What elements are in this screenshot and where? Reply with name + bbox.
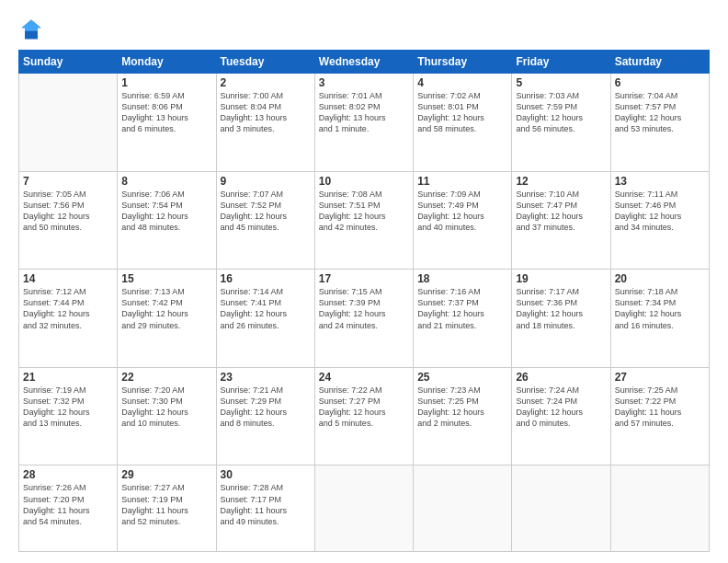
calendar-cell: 11Sunrise: 7:09 AM Sunset: 7:49 PM Dayli… bbox=[414, 171, 512, 270]
day-number: 28 bbox=[23, 468, 113, 481]
calendar-cell: 27Sunrise: 7:25 AM Sunset: 7:22 PM Dayli… bbox=[610, 367, 709, 465]
day-number: 15 bbox=[121, 272, 211, 285]
day-info: Sunrise: 7:00 AM Sunset: 8:04 PM Dayligh… bbox=[221, 90, 311, 135]
day-number: 14 bbox=[23, 272, 113, 285]
calendar-cell: 3Sunrise: 7:01 AM Sunset: 8:02 PM Daylig… bbox=[314, 74, 413, 172]
day-info: Sunrise: 7:11 AM Sunset: 7:46 PM Dayligh… bbox=[615, 189, 705, 234]
calendar-cell: 8Sunrise: 7:06 AM Sunset: 7:54 PM Daylig… bbox=[118, 171, 216, 270]
week-row-4: 21Sunrise: 7:19 AM Sunset: 7:32 PM Dayli… bbox=[19, 367, 710, 465]
day-info: Sunrise: 7:25 AM Sunset: 7:22 PM Dayligh… bbox=[615, 385, 705, 430]
day-number: 17 bbox=[319, 272, 409, 285]
day-number: 2 bbox=[221, 76, 311, 89]
calendar-cell: 2Sunrise: 7:00 AM Sunset: 8:04 PM Daylig… bbox=[216, 74, 314, 172]
day-info: Sunrise: 7:27 AM Sunset: 7:19 PM Dayligh… bbox=[121, 482, 211, 527]
calendar-cell: 28Sunrise: 7:26 AM Sunset: 7:20 PM Dayli… bbox=[19, 465, 118, 552]
day-info: Sunrise: 7:24 AM Sunset: 7:24 PM Dayligh… bbox=[516, 385, 606, 430]
day-number: 1 bbox=[121, 76, 211, 89]
calendar-table: SundayMondayTuesdayWednesdayThursdayFrid… bbox=[18, 50, 710, 552]
day-number: 21 bbox=[23, 371, 113, 384]
calendar-cell: 16Sunrise: 7:14 AM Sunset: 7:41 PM Dayli… bbox=[216, 270, 314, 368]
day-number: 3 bbox=[319, 76, 409, 89]
day-info: Sunrise: 7:15 AM Sunset: 7:39 PM Dayligh… bbox=[319, 286, 409, 331]
header bbox=[18, 17, 710, 42]
calendar-cell: 5Sunrise: 7:03 AM Sunset: 7:59 PM Daylig… bbox=[512, 74, 610, 172]
day-info: Sunrise: 7:19 AM Sunset: 7:32 PM Dayligh… bbox=[23, 385, 113, 430]
calendar-cell: 7Sunrise: 7:05 AM Sunset: 7:56 PM Daylig… bbox=[19, 171, 118, 270]
calendar-cell: 17Sunrise: 7:15 AM Sunset: 7:39 PM Dayli… bbox=[314, 270, 413, 368]
day-number: 19 bbox=[516, 272, 606, 285]
weekday-header-saturday: Saturday bbox=[610, 51, 709, 74]
day-number: 4 bbox=[417, 76, 507, 89]
calendar-cell: 19Sunrise: 7:17 AM Sunset: 7:36 PM Dayli… bbox=[512, 270, 610, 368]
day-info: Sunrise: 7:18 AM Sunset: 7:34 PM Dayligh… bbox=[615, 286, 705, 331]
day-info: Sunrise: 7:26 AM Sunset: 7:20 PM Dayligh… bbox=[23, 482, 113, 527]
day-info: Sunrise: 7:23 AM Sunset: 7:25 PM Dayligh… bbox=[417, 385, 507, 430]
day-info: Sunrise: 7:06 AM Sunset: 7:54 PM Dayligh… bbox=[121, 189, 211, 234]
day-info: Sunrise: 7:01 AM Sunset: 8:02 PM Dayligh… bbox=[319, 90, 409, 135]
weekday-header-sunday: Sunday bbox=[19, 51, 118, 74]
calendar-cell: 21Sunrise: 7:19 AM Sunset: 7:32 PM Dayli… bbox=[19, 367, 118, 465]
day-number: 8 bbox=[121, 175, 211, 188]
day-number: 10 bbox=[319, 175, 409, 188]
calendar-cell: 30Sunrise: 7:28 AM Sunset: 7:17 PM Dayli… bbox=[216, 465, 314, 552]
calendar-cell bbox=[414, 465, 512, 552]
calendar-cell bbox=[19, 74, 118, 172]
calendar-cell: 10Sunrise: 7:08 AM Sunset: 7:51 PM Dayli… bbox=[314, 171, 413, 270]
day-info: Sunrise: 7:04 AM Sunset: 7:57 PM Dayligh… bbox=[615, 90, 705, 135]
day-number: 22 bbox=[121, 371, 211, 384]
day-info: Sunrise: 7:10 AM Sunset: 7:47 PM Dayligh… bbox=[516, 189, 606, 234]
svg-marker-1 bbox=[22, 20, 41, 31]
day-info: Sunrise: 7:21 AM Sunset: 7:29 PM Dayligh… bbox=[221, 385, 311, 430]
day-info: Sunrise: 7:12 AM Sunset: 7:44 PM Dayligh… bbox=[23, 286, 113, 331]
calendar-cell: 26Sunrise: 7:24 AM Sunset: 7:24 PM Dayli… bbox=[512, 367, 610, 465]
logo-icon bbox=[18, 17, 44, 42]
calendar-cell: 29Sunrise: 7:27 AM Sunset: 7:19 PM Dayli… bbox=[118, 465, 216, 552]
day-info: Sunrise: 7:13 AM Sunset: 7:42 PM Dayligh… bbox=[121, 286, 211, 331]
week-row-2: 7Sunrise: 7:05 AM Sunset: 7:56 PM Daylig… bbox=[19, 171, 710, 270]
calendar-cell: 4Sunrise: 7:02 AM Sunset: 8:01 PM Daylig… bbox=[414, 74, 512, 172]
day-number: 26 bbox=[516, 371, 606, 384]
week-row-5: 28Sunrise: 7:26 AM Sunset: 7:20 PM Dayli… bbox=[19, 465, 710, 552]
calendar-cell bbox=[512, 465, 610, 552]
day-info: Sunrise: 7:17 AM Sunset: 7:36 PM Dayligh… bbox=[516, 286, 606, 331]
day-info: Sunrise: 7:16 AM Sunset: 7:37 PM Dayligh… bbox=[417, 286, 507, 331]
calendar-cell: 20Sunrise: 7:18 AM Sunset: 7:34 PM Dayli… bbox=[610, 270, 709, 368]
week-row-3: 14Sunrise: 7:12 AM Sunset: 7:44 PM Dayli… bbox=[19, 270, 710, 368]
day-info: Sunrise: 7:28 AM Sunset: 7:17 PM Dayligh… bbox=[221, 482, 311, 527]
day-number: 5 bbox=[516, 76, 606, 89]
day-number: 20 bbox=[615, 272, 705, 285]
day-info: Sunrise: 7:20 AM Sunset: 7:30 PM Dayligh… bbox=[121, 385, 211, 430]
calendar-cell bbox=[610, 465, 709, 552]
weekday-header-tuesday: Tuesday bbox=[216, 51, 314, 74]
day-number: 23 bbox=[221, 371, 311, 384]
calendar-cell: 14Sunrise: 7:12 AM Sunset: 7:44 PM Dayli… bbox=[19, 270, 118, 368]
calendar-cell: 25Sunrise: 7:23 AM Sunset: 7:25 PM Dayli… bbox=[414, 367, 512, 465]
calendar-page: SundayMondayTuesdayWednesdayThursdayFrid… bbox=[0, 0, 728, 563]
day-number: 16 bbox=[221, 272, 311, 285]
calendar-cell: 12Sunrise: 7:10 AM Sunset: 7:47 PM Dayli… bbox=[512, 171, 610, 270]
day-number: 6 bbox=[615, 76, 705, 89]
week-row-1: 1Sunrise: 6:59 AM Sunset: 8:06 PM Daylig… bbox=[19, 74, 710, 172]
logo bbox=[18, 17, 48, 42]
day-info: Sunrise: 7:08 AM Sunset: 7:51 PM Dayligh… bbox=[319, 189, 409, 234]
day-number: 12 bbox=[516, 175, 606, 188]
day-info: Sunrise: 6:59 AM Sunset: 8:06 PM Dayligh… bbox=[121, 90, 211, 135]
weekday-header-thursday: Thursday bbox=[414, 51, 512, 74]
day-number: 24 bbox=[319, 371, 409, 384]
calendar-cell: 9Sunrise: 7:07 AM Sunset: 7:52 PM Daylig… bbox=[216, 171, 314, 270]
weekday-header-wednesday: Wednesday bbox=[314, 51, 413, 74]
calendar-cell: 24Sunrise: 7:22 AM Sunset: 7:27 PM Dayli… bbox=[314, 367, 413, 465]
day-info: Sunrise: 7:22 AM Sunset: 7:27 PM Dayligh… bbox=[319, 385, 409, 430]
day-info: Sunrise: 7:09 AM Sunset: 7:49 PM Dayligh… bbox=[417, 189, 507, 234]
day-number: 25 bbox=[417, 371, 507, 384]
calendar-cell: 6Sunrise: 7:04 AM Sunset: 7:57 PM Daylig… bbox=[610, 74, 709, 172]
weekday-header-row: SundayMondayTuesdayWednesdayThursdayFrid… bbox=[19, 51, 710, 74]
day-info: Sunrise: 7:02 AM Sunset: 8:01 PM Dayligh… bbox=[417, 90, 507, 135]
weekday-header-friday: Friday bbox=[512, 51, 610, 74]
calendar-cell: 15Sunrise: 7:13 AM Sunset: 7:42 PM Dayli… bbox=[118, 270, 216, 368]
calendar-cell bbox=[314, 465, 413, 552]
day-number: 30 bbox=[221, 468, 311, 481]
day-info: Sunrise: 7:14 AM Sunset: 7:41 PM Dayligh… bbox=[221, 286, 311, 331]
day-number: 18 bbox=[417, 272, 507, 285]
weekday-header-monday: Monday bbox=[118, 51, 216, 74]
